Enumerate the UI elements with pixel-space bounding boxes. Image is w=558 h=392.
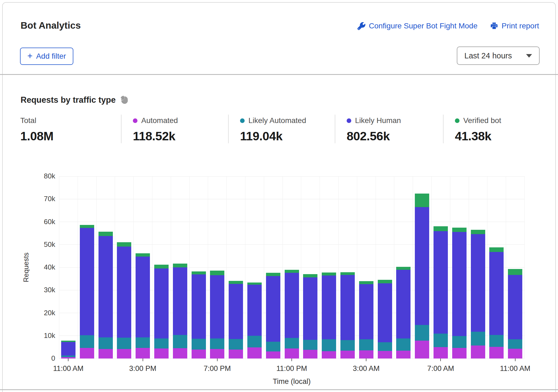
section-heading: Requests by traffic type xyxy=(21,95,129,105)
chart-bar-900am[interactable] xyxy=(471,230,485,358)
add-filter-button[interactable]: + Add filter xyxy=(20,48,73,65)
chart-bar-1100am[interactable] xyxy=(508,269,522,358)
y-axis-labels: 010k20k30k40k50k60k70k80k xyxy=(35,176,55,358)
likely-human-segment xyxy=(117,247,131,338)
verified-bot-segment xyxy=(173,264,187,267)
stat-automated: Automated 118.52k xyxy=(121,115,228,143)
chart-bar-1100am[interactable] xyxy=(61,341,76,358)
likely-automated-segment xyxy=(396,338,411,351)
chart-bar-800pm[interactable] xyxy=(229,281,243,358)
gridline-v xyxy=(227,176,227,358)
likely-automated-segment xyxy=(154,338,169,348)
chart-bar-500pm[interactable] xyxy=(173,264,187,358)
x-tick-label: 3:00 PM xyxy=(129,364,156,373)
verified-bot-segment xyxy=(452,228,467,232)
likely-human-segment xyxy=(415,207,429,325)
chart-bar-200pm[interactable] xyxy=(117,242,131,358)
chart-bar-1200pm[interactable] xyxy=(80,225,94,358)
gridline-v xyxy=(320,176,320,358)
gridline-v xyxy=(283,176,283,358)
automated-segment xyxy=(452,348,467,358)
chart-bar-300am[interactable] xyxy=(359,281,373,358)
chart-bar-700pm[interactable] xyxy=(210,271,224,358)
chart-bar-900pm[interactable] xyxy=(247,283,262,358)
chart-bar-600pm[interactable] xyxy=(192,271,206,358)
print-report-link[interactable]: Print report xyxy=(490,22,539,30)
likely-automated-segment xyxy=(80,335,94,348)
automated-segment xyxy=(378,351,392,358)
gridline-v xyxy=(133,176,134,358)
likely-automated-segment xyxy=(359,339,373,350)
likely-automated-segment xyxy=(117,338,131,349)
x-tick-mark xyxy=(515,358,516,361)
likely-human-segment xyxy=(396,270,411,338)
gridline-v xyxy=(301,176,301,358)
chart-bar-500am[interactable] xyxy=(396,267,411,358)
x-tick-label: 7:00 PM xyxy=(204,364,231,373)
wrench-icon xyxy=(357,22,365,30)
gridline-v xyxy=(394,176,394,358)
x-tick-label: 7:00 AM xyxy=(427,364,454,373)
stat-likely-human: Likely Human 802.56k xyxy=(335,115,443,143)
likely-automated-segment xyxy=(136,337,150,348)
verified-bot-segment xyxy=(229,281,243,284)
x-tick-mark xyxy=(440,358,441,361)
verified-bot-dot-icon xyxy=(455,118,459,123)
automated-segment xyxy=(117,349,131,358)
likely-automated-segment xyxy=(266,342,280,351)
chart-bar-600am[interactable] xyxy=(415,194,429,358)
automated-segment xyxy=(154,348,169,358)
verified-bot-segment xyxy=(80,225,94,228)
gridline-v xyxy=(245,176,245,358)
likely-human-segment xyxy=(192,274,206,339)
automated-segment xyxy=(266,351,280,358)
likely-human-segment xyxy=(229,284,243,339)
stat-likely-human-label: Likely Human xyxy=(355,116,401,125)
configure-super-bot-fight-mode-link[interactable]: Configure Super Bot Fight Mode xyxy=(357,22,478,30)
chart-bar-400am[interactable] xyxy=(378,280,392,358)
automated-segment xyxy=(80,348,94,358)
likely-human-segment xyxy=(285,273,299,338)
chart-bar-800am[interactable] xyxy=(452,228,467,358)
header-links: Configure Super Bot Fight Mode Print rep… xyxy=(357,22,539,30)
verified-bot-segment xyxy=(396,267,411,270)
likely-automated-segment xyxy=(378,342,392,351)
pie-chart-icon[interactable] xyxy=(120,95,129,105)
chart-bar-300pm[interactable] xyxy=(136,253,150,358)
stat-verified-bot: Verified bot 41.38k xyxy=(443,115,538,143)
likely-automated-segment xyxy=(508,339,522,349)
chart-bar-100am[interactable] xyxy=(322,273,336,358)
gridline-v xyxy=(189,176,190,358)
x-tick-mark xyxy=(366,358,366,361)
verified-bot-segment xyxy=(303,274,317,277)
y-tick-label: 10k xyxy=(44,331,55,340)
automated-segment xyxy=(192,350,206,358)
gridline-v xyxy=(208,176,208,358)
verified-bot-segment xyxy=(266,273,280,276)
traffic-type-stats: Total 1.08M Automated 118.52k Likely Aut… xyxy=(20,115,538,143)
gridline-v xyxy=(78,176,78,358)
stat-total-value: 1.08M xyxy=(20,129,113,143)
chart-bar-1000pm[interactable] xyxy=(266,273,280,358)
chart-bar-400pm[interactable] xyxy=(154,265,169,358)
chart-bar-1000am[interactable] xyxy=(489,247,504,358)
verified-bot-segment xyxy=(434,226,448,231)
section-title: Requests by traffic type xyxy=(21,95,116,105)
chart-bar-1100pm[interactable] xyxy=(285,270,299,358)
gridline-v xyxy=(524,176,525,358)
print-link-label: Print report xyxy=(502,22,539,30)
chart-bar-700am[interactable] xyxy=(434,226,448,358)
chart-bar-1200am[interactable] xyxy=(303,274,317,358)
likely-automated-segment xyxy=(471,332,485,346)
time-range-select[interactable]: Last 24 hours xyxy=(457,46,540,65)
gridline-v xyxy=(450,176,450,358)
stat-total: Total 1.08M xyxy=(20,115,121,143)
chart-bar-200am[interactable] xyxy=(340,272,355,358)
likely-human-segment xyxy=(434,231,448,334)
likely-human-segment xyxy=(136,257,150,337)
verified-bot-segment xyxy=(378,280,392,283)
plot-area: 11:00 AM3:00 PM7:00 PM11:00 PM3:00 AM7:0… xyxy=(59,176,524,358)
likely-automated-segment xyxy=(452,336,467,348)
printer-icon xyxy=(490,22,498,30)
chart-bar-100pm[interactable] xyxy=(99,232,113,358)
